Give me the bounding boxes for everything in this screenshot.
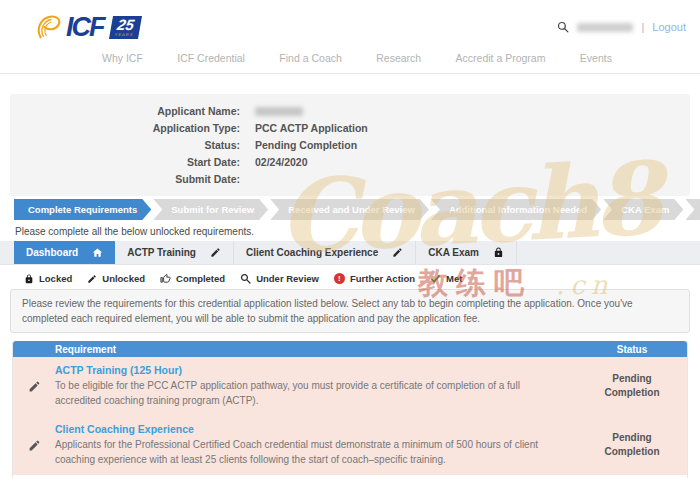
header-separator: | [641, 21, 644, 33]
legend-locked-label: Locked [39, 273, 72, 284]
status-row: Status: Pending Completion [10, 137, 690, 154]
anniversary-badge: 25 YEARS [108, 16, 141, 39]
pencil-icon [392, 247, 403, 258]
header: ICF 25 YEARS | Logout [0, 0, 700, 50]
requirement-column-header: Requirement [13, 344, 577, 355]
badge-number: 25 [116, 17, 135, 32]
application-type-label: Application Type: [10, 120, 240, 137]
nav-item-events[interactable]: Events [580, 50, 612, 64]
application-type-row: Application Type: PCC ACTP Application [10, 120, 690, 137]
applicant-name-label: Applicant Name: [10, 103, 240, 120]
tab-dashboard-label: Dashboard [26, 247, 78, 258]
icf-swirl-icon [34, 12, 64, 42]
step-credential-awarded: Credential Awarded [685, 199, 700, 220]
tab-client-coaching-experience[interactable]: Client Coaching Experience [234, 241, 416, 264]
pencil-icon [28, 439, 41, 452]
status-label: Status: [10, 137, 240, 154]
step-received-under-review: Received and Under Review [270, 199, 429, 220]
row-content: Client Coaching Experience Applicants fo… [55, 423, 577, 467]
client-coaching-experience-link[interactable]: Client Coaching Experience [55, 423, 563, 435]
pencil-icon [28, 380, 41, 393]
nav-item-find-a-coach[interactable]: Find a Coach [279, 50, 341, 64]
tab-client-coaching-experience-label: Client Coaching Experience [246, 247, 378, 258]
applicant-name-value [255, 103, 303, 120]
start-date-label: Start Date: [10, 154, 240, 171]
tab-cka-exam[interactable]: CKA Exam [416, 241, 517, 264]
pencil-icon [87, 274, 97, 284]
nav-item-icf-credential[interactable]: ICF Credential [177, 50, 245, 64]
client-coaching-experience-status: Pending Completion [577, 423, 687, 467]
start-date-row: Start Date: 02/24/2020 [10, 154, 690, 171]
table-header: Requirement Status [13, 341, 687, 357]
legend-unlocked: Unlocked [87, 273, 145, 284]
exclamation-icon: ! [334, 273, 345, 284]
table-row-client-coaching-experience: Client Coaching Experience Applicants fo… [13, 416, 687, 475]
magnifier-icon [240, 273, 251, 284]
submit-date-label: Submit Date: [10, 171, 240, 188]
step-complete-requirements: Complete Requirements [14, 199, 151, 220]
nav-item-research[interactable]: Research [376, 50, 421, 64]
legend-under-review-label: Under Review [256, 273, 319, 284]
check-icon [430, 273, 441, 284]
legend-further-action-label: Further Action [350, 273, 415, 284]
instructions-box: Please review the requirements for this … [10, 289, 690, 333]
actp-training-link[interactable]: ACTP Training (125 Hour) [55, 364, 563, 376]
applicant-name-masked [255, 107, 303, 116]
user-name-masked[interactable] [577, 23, 633, 32]
icf-logo[interactable]: ICF 25 YEARS [34, 12, 139, 43]
lock-icon [24, 274, 34, 284]
actp-training-status: Pending Completion [577, 364, 687, 408]
tab-actp-training-label: ACTP Training [127, 247, 196, 258]
applicant-info-panel: Applicant Name: Application Type: PCC AC… [10, 94, 690, 196]
status-column-header: Status [577, 344, 687, 355]
client-coaching-experience-description: Applicants for the Professional Certifie… [55, 438, 563, 467]
status-value: Pending Completion [255, 137, 357, 154]
legend-completed: Completed [160, 273, 225, 284]
unlocked-requirements-notice: Please complete all the below unlocked r… [15, 226, 700, 237]
home-icon [92, 247, 103, 258]
legend-met: Met [430, 273, 462, 284]
thumbs-up-icon [160, 273, 171, 284]
logo-text: ICF [66, 12, 104, 43]
submit-date-row: Submit Date: [10, 171, 690, 188]
table-row-actp-training: ACTP Training (125 Hour) To be eligible … [13, 357, 687, 416]
nav-item-why-icf[interactable]: Why ICF [102, 50, 143, 64]
step-cka-exam: CKA Exam [603, 199, 683, 220]
header-right: | Logout [557, 21, 686, 33]
step-submit-for-review: Submit for Review [153, 199, 268, 220]
start-date-value: 02/24/2020 [255, 154, 308, 171]
tab-actp-training[interactable]: ACTP Training [115, 241, 234, 264]
legend-unlocked-label: Unlocked [102, 273, 145, 284]
badge-caption: YEARS [114, 33, 133, 37]
legend-under-review: Under Review [240, 273, 319, 284]
legend-met-label: Met [446, 273, 462, 284]
progress-steps: Complete Requirements Submit for Review … [14, 199, 686, 220]
tab-dashboard[interactable]: Dashboard [14, 241, 115, 264]
step-additional-info-needed: Additional Information Needed [431, 199, 601, 220]
tab-bar: Dashboard ACTP Training Client Coaching … [0, 241, 700, 265]
pencil-icon [210, 247, 221, 258]
legend-locked: Locked [24, 273, 72, 284]
icf-application-page: ICF 25 YEARS | Logout Why ICF ICF Creden… [0, 0, 700, 478]
actp-training-description: To be eligible for the PCC ACTP applicat… [55, 379, 563, 408]
row-icon-cell [13, 364, 55, 408]
status-legend: Locked Unlocked Completed Under Review !… [24, 273, 700, 284]
row-content: ACTP Training (125 Hour) To be eligible … [55, 364, 577, 408]
legend-further-action: ! Further Action [334, 273, 415, 284]
row-icon-cell [13, 423, 55, 467]
main-nav: Why ICF ICF Credential Find a Coach Rese… [0, 50, 700, 74]
search-icon[interactable] [557, 21, 569, 33]
applicant-name-row: Applicant Name: [10, 103, 690, 120]
tab-cka-exam-label: CKA Exam [428, 247, 479, 258]
lock-icon [493, 247, 504, 258]
logout-link[interactable]: Logout [652, 21, 686, 33]
application-type-value: PCC ACTP Application [255, 120, 368, 137]
legend-completed-label: Completed [176, 273, 225, 284]
nav-item-accredit-a-program[interactable]: Accredit a Program [456, 50, 546, 64]
requirements-table: Requirement Status ACTP Training (125 Ho… [12, 341, 688, 478]
